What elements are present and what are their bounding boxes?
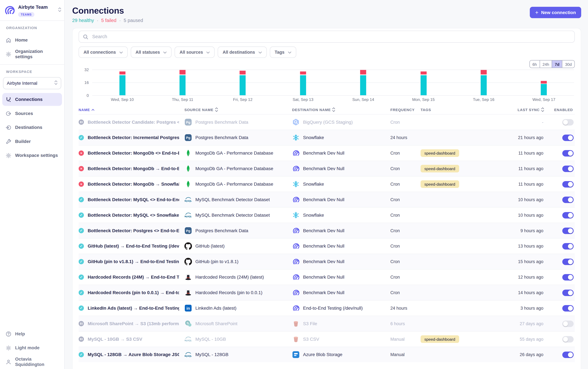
filter-label: All sources [179,50,203,54]
time-range-30d[interactable]: 30d [562,61,574,68]
table-row[interactable]: ✓Bottleneck Detector: MySQL <> End-to-En… [79,192,575,207]
sidebar-item-label: Home [15,37,28,43]
github-icon [184,258,192,266]
sidebar-item-help[interactable]: Help [2,328,62,340]
name-cell: Bottleneck Detector Candidate: Postgres … [79,120,184,125]
enabled-toggle[interactable] [562,196,574,203]
enabled-cell [547,305,575,311]
filter-dropdown-tags[interactable]: Tags [270,47,296,58]
enabled-toggle[interactable] [562,305,574,311]
sidebar-item-user[interactable]: Octavia Squiddington [2,355,62,368]
mongodb-icon [184,165,192,172]
enabled-toggle[interactable] [562,165,574,172]
new-connection-button[interactable]: + New connection [530,7,581,18]
chart-bar-6 [454,70,514,95]
name-cell: ✓Bottleneck Detector: Postgres <> End-to… [79,228,184,233]
table-row[interactable]: ✓Bottleneck Detector: MySQL <> Snowflake… [79,207,575,223]
filter-dropdown-all-destinations[interactable]: All destinations [218,47,267,58]
table-row[interactable]: ✓GitHub (pin to v1.8.1) → End-to-End Tes… [79,254,575,269]
source-name: MongoDb GA - Performance Database [195,151,273,156]
filter-dropdown-all-statuses[interactable]: All statuses [130,47,172,58]
airbyte-icon [292,242,300,250]
succeeded-bar-segment [541,84,547,95]
destination-cell: Benchmark Dev Null [292,227,390,235]
time-range-7d[interactable]: 7d [552,61,562,68]
filter-dropdown-all-sources[interactable]: All sources [175,47,215,58]
table-row[interactable]: ✓LinkedIn Ads (latest) → End-to-End Test… [79,300,575,316]
source-name: GitHub (latest) [195,244,225,249]
column-header-destination[interactable]: DESTINATION NAME [292,107,390,112]
sidebar-item-connections[interactable]: Connections [2,93,62,106]
tags-cell: speed-dashboard [420,149,506,157]
enabled-toggle[interactable] [562,351,574,358]
sidebar-item-destinations[interactable]: Destinations [2,121,62,134]
table-row[interactable]: Microsoft SharePoint → S3 (13mb performa… [79,316,575,331]
sort-ascending-icon [91,109,95,111]
enabled-toggle[interactable] [562,289,574,296]
chevron-down-icon [119,50,123,54]
status-count-2: 5 paused [124,18,143,23]
time-range-6h[interactable]: 6h [530,61,539,68]
last-sync-cell: 55 days ago [506,337,547,341]
source-cell: PgPostgres Benchmark Data [184,134,292,142]
sidebar-item-home[interactable]: Home [2,34,62,46]
enabled-toggle[interactable] [562,150,574,156]
mongodb-icon [184,180,192,188]
last-sync-cell: 14 hours ago [506,290,547,295]
enabled-toggle[interactable] [562,181,574,187]
source-name: Microsoft SharePoint [195,321,238,326]
enabled-toggle[interactable] [562,336,574,342]
table-row[interactable]: ×Bottleneck Detector: MongoDb → End-to-E… [79,161,575,176]
filter-label: All statuses [135,50,160,54]
destination-name: Benchmark Dev Null [303,166,344,171]
sidebar-item-sources[interactable]: Sources [2,107,62,120]
chart-bars [92,70,574,95]
table-row[interactable]: ✓Hardcoded Records (pin to 0.0.1) → End-… [79,285,575,300]
table-row[interactable]: ×Bottleneck Detector: MongoDb <> End-to-… [79,145,575,161]
table-row[interactable]: ✓Bottleneck Detector: Incremental Postgr… [79,130,575,145]
org-switcher[interactable]: Airbyte Team TEAMS [0,0,64,20]
enabled-toggle[interactable] [562,274,574,280]
sidebar-item-organization-settings[interactable]: Organization settings [2,48,62,61]
toggle-knob [563,321,568,326]
help-icon [5,331,11,337]
filter-dropdown-all-connections[interactable]: All connections [79,47,128,58]
connection-name: Hardcoded Records (pin to 0.0.1) → End-t… [88,290,179,295]
table-row[interactable]: ✓GitHub (latest) → End-to-End Testing (/… [79,238,575,254]
column-header-last_sync[interactable]: LAST SYNC [506,107,547,112]
toggle-knob [568,306,573,310]
table-row[interactable]: ×Bottleneck Detector: MongoDb → Snowflak… [79,176,575,192]
sharepoint-icon: S [184,320,192,328]
enabled-toggle[interactable] [562,320,574,327]
enabled-toggle[interactable] [562,258,574,265]
search-icon [83,34,89,40]
status-count-0: 29 healthy [72,18,94,23]
enabled-toggle[interactable] [562,134,574,141]
destination-cell: Benchmark Dev Null [292,149,390,157]
mongodb-icon [184,149,192,157]
sidebar-item-builder[interactable]: Builder [2,135,62,148]
table-row[interactable]: MySQL - 10GB → S3 CSVMySQLMySQL - 10GBS3… [79,331,575,347]
chart-bar-4 [333,70,393,95]
time-range-24h[interactable]: 24h [539,61,552,68]
source-cell: MySQLMySQL - 10GB [184,335,292,343]
sidebar-item-light-mode[interactable]: Light mode [2,341,62,354]
enabled-toggle[interactable] [562,243,574,249]
workspace-select[interactable]: Airbyte Internal [3,77,61,89]
enabled-toggle[interactable] [562,212,574,218]
name-cell: ✓Hardcoded Records (pin to 0.0.1) → End-… [79,290,184,295]
table-row[interactable]: Bottleneck Detector Candidate: Postgres … [79,114,575,130]
enabled-toggle[interactable] [562,119,574,125]
table-row[interactable]: ✓Hardcoded Records (24M) → End-to-End Te… [79,269,575,285]
sidebar-item-workspace-settings[interactable]: Workspace settings [2,149,62,162]
column-header-label: SOURCE NAME [184,108,213,112]
column-header-name[interactable]: NAME [79,108,184,112]
enabled-toggle[interactable] [562,227,574,234]
new-connection-label: New connection [541,10,576,15]
search-input[interactable] [91,34,571,40]
destination-cell: BigQuery (GCS Staging) [292,118,390,126]
table-row[interactable]: ✓Bottleneck Detector: Postgres <> End-to… [79,223,575,238]
connection-name: GitHub (latest) → End-to-End Testing (/d… [88,244,179,249]
table-row[interactable]: ✓MySQL - 128GB → Azure Blob Storage JSOn… [79,347,575,362]
column-header-source[interactable]: SOURCE NAME [184,107,292,112]
